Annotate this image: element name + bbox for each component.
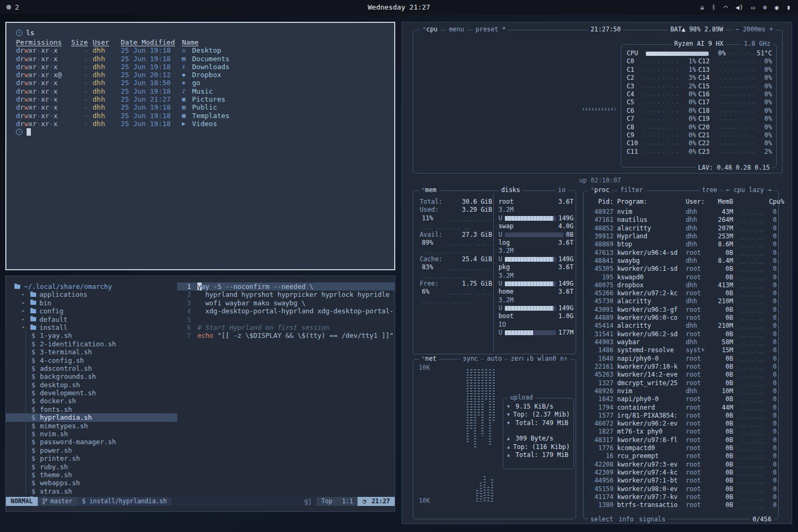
wifi-icon[interactable]: ◠: [724, 4, 727, 11]
tree-toggle[interactable]: tree: [700, 186, 720, 194]
tree-item[interactable]: $ fonts.sh: [6, 405, 177, 413]
sort-selector[interactable]: ← cpu lazy →: [724, 186, 774, 194]
tree-item[interactable]: $ applications: [6, 290, 177, 298]
user-icon[interactable]: ◉: [775, 4, 779, 11]
process-row[interactable]: 1327 dmcrypt_write/25 root 0B 0.0: [584, 379, 778, 387]
process-row[interactable]: 195 kswapd0 root 0B 0.0: [584, 273, 778, 281]
user: dhh: [93, 71, 116, 79]
tree-item[interactable]: $ power.sh: [6, 446, 177, 454]
proc-header-row: Pid: Program: User: MemB Cpu%: [584, 198, 778, 206]
editor-cursor: y: [197, 282, 202, 290]
battery-icon[interactable]: ▮: [787, 4, 791, 11]
process-row[interactable]: 1486 systemd-resolve syst+ 15M 0.0: [584, 346, 778, 354]
volume-icon[interactable]: ◀): [736, 4, 743, 11]
tree-item[interactable]: $ theme.sh: [6, 471, 177, 479]
command-line[interactable]: [6, 506, 395, 511]
tree-item[interactable]: $ install: [6, 323, 177, 331]
tree-item[interactable]: $ printer.sh: [6, 454, 177, 462]
btop-window[interactable]: *cpu menu preset * 21:27:50 BAT▲ 98% 2.8…: [402, 22, 792, 524]
scroll-up-icon[interactable]: ↑: [771, 200, 775, 207]
signals-control[interactable]: signals: [639, 516, 666, 523]
tree-item[interactable]: $ password-manager.sh: [6, 438, 177, 446]
process-row[interactable]: 39912 Hyprland dhh 253M 0.0: [584, 232, 778, 240]
process-row[interactable]: 42208 kworker/u97:3-ev root 0B 0.0: [584, 461, 778, 469]
io-toggle[interactable]: io: [555, 186, 568, 194]
process-row[interactable]: 45414 alacritty dhh 210M 0.0: [584, 322, 778, 330]
process-row[interactable]: 45730 alacritty dhh 210M 0.0: [584, 297, 778, 305]
tree-item[interactable]: $ docker.sh: [6, 397, 177, 405]
process-row[interactable]: 44956 kworker/u97:1-bt root 0B 0.0: [584, 477, 778, 485]
process-row[interactable]: 1642 napi/phy0-0 root 0B 0.0: [584, 395, 778, 403]
ls-header-permissions: Permissions: [16, 38, 64, 47]
process-row[interactable]: 44889 kworker/u96:0-co root 0B 0.0: [584, 314, 778, 322]
process-row[interactable]: 41174 kworker/u97:7-kv root 0B 0.0: [584, 493, 778, 501]
tree-item[interactable]: $ default: [6, 315, 177, 323]
tree-item[interactable]: $ adscontrol.sh: [6, 364, 177, 372]
process-row[interactable]: 48926 nvim dhh 10M 0.0: [584, 387, 778, 395]
globe-icon[interactable]: ⊕: [763, 4, 767, 11]
process-row[interactable]: 48841 swaybg dhh 8.4M 0.0: [584, 257, 778, 265]
tree-root[interactable]: ~/.local/share/omarchy: [6, 282, 177, 290]
tree-item[interactable]: $ bin: [6, 299, 177, 307]
process-row[interactable]: 48869 btop dhh 8.6M 0.0: [584, 240, 778, 248]
tree-item[interactable]: $ themes: [6, 495, 177, 497]
process-row[interactable]: 45159 kworker/u98:0-ev root 0B 0.0: [584, 485, 778, 493]
tree-item[interactable]: $ 1-yay.sh: [6, 331, 177, 339]
tree-item[interactable]: $ 3-terminal.sh: [6, 348, 177, 356]
tree-item[interactable]: $ hyprlandia.sh: [6, 413, 177, 421]
editor-window-nvim[interactable]: ~/.local/share/omarchy $ applications: [5, 276, 395, 512]
select-control[interactable]: select: [591, 516, 613, 523]
process-row[interactable]: 44903 waybar dhh 58M 0.0: [584, 338, 778, 346]
process-row[interactable]: 1577 irq/81-PIXA3854: root 0B 0.0: [584, 412, 778, 420]
update-interval[interactable]: − 2000ms +: [733, 26, 776, 34]
process-row[interactable]: 48852 alacritty dhh 207M 0.0: [584, 225, 778, 232]
process-row[interactable]: 40075 dropbox dhh 413M 0.0: [584, 281, 778, 289]
filter-button[interactable]: filter: [618, 186, 646, 194]
process-row[interactable]: 42309 kworker/u97:4-kc root 0B 0.0: [584, 469, 778, 477]
process-row[interactable]: 47161 nautilus dhh 264M 0.0: [584, 216, 778, 224]
auto-toggle[interactable]: auto: [484, 355, 504, 363]
process-row[interactable]: 31541 kworker/u96:2-sd root 0B 0.0: [584, 330, 778, 338]
process-row[interactable]: 43091 kworker/u96:3-gf root 0B 0.0: [584, 306, 778, 314]
code-editor[interactable]: 1yay -S --noconfirm --needed \ 2 hyprlan…: [177, 282, 395, 497]
tree-item[interactable]: $ 2-identification.sh: [6, 340, 177, 348]
shell-script-icon: $: [31, 405, 37, 413]
menu-button[interactable]: menu: [446, 26, 467, 34]
process-row[interactable]: 47613 kworker/u96:4-sd root 0B 0.0: [584, 249, 778, 257]
prompt-line-empty[interactable]: ›: [16, 128, 387, 136]
terminal-window-ls[interactable]: › ls Permissions Size User Date Modified…: [5, 22, 395, 270]
process-row[interactable]: 1794 containerd root 44M 0.0: [584, 404, 778, 412]
process-row[interactable]: 45305 kworker/u96:1-sd root 0B 0.0: [584, 265, 778, 273]
tree-item[interactable]: $ 4-config.sh: [6, 356, 177, 364]
sync-toggle[interactable]: sync: [460, 355, 480, 363]
process-row[interactable]: 16 rcu_preempt root 0B 0.0: [584, 452, 778, 460]
process-row[interactable]: 1776 kcompactd0 root 0B 0.0: [584, 444, 778, 452]
process-row[interactable]: 46072 kworker/u96:2-ev root 0B 0.0: [584, 420, 778, 428]
process-row[interactable]: 1640 napi/phy0-0 root 0B 0.0: [584, 355, 778, 363]
bluetooth-icon[interactable]: ᛒ: [712, 4, 716, 11]
tree-item[interactable]: $ xtras.sh: [6, 487, 177, 495]
process-row[interactable]: 45266 kworker/u97:2-kc root 0B 0.0: [584, 289, 778, 297]
process-row[interactable]: 48317 kworker/u97:8-fl root 0B 0.0: [584, 436, 778, 444]
tree-item[interactable]: $ desktop.sh: [6, 381, 177, 389]
ls-header-row: Permissions Size User Date Modified Name: [16, 38, 387, 46]
tree-item[interactable]: $ ruby.sh: [6, 463, 177, 471]
process-row[interactable]: 45263 kworker/14:2-eve root 0B 0.0: [584, 371, 778, 379]
process-row[interactable]: 1380 btrfs-transactio root 0B 0.0: [584, 501, 778, 509]
core-meter: [720, 148, 754, 156]
tree-item[interactable]: $ nvim.sh: [6, 430, 177, 438]
tree-item[interactable]: $ webapps.sh: [6, 479, 177, 487]
display-icon[interactable]: ▭: [751, 4, 755, 11]
tree-item[interactable]: $ development.sh: [6, 389, 177, 397]
updates-icon[interactable]: ⇊: [700, 4, 704, 11]
interface-selector[interactable]: ↓b wlan0 n↑: [523, 355, 570, 363]
tree-item[interactable]: $ config: [6, 307, 177, 315]
tree-item[interactable]: $ backgrounds.sh: [6, 372, 177, 380]
preset-button[interactable]: preset *: [473, 26, 509, 34]
process-row[interactable]: 48927 nvim dhh 43M 0.0: [584, 208, 778, 216]
tree-item[interactable]: $ mimetypes.sh: [6, 422, 177, 430]
process-row[interactable]: 22161 kworker/u97:10-k root 0B 0.0: [584, 363, 778, 371]
cpu-history-graph: [737, 363, 764, 371]
process-row[interactable]: 1827 mt76-tx phy0 root 0B 0.0: [584, 428, 778, 436]
info-control[interactable]: info: [619, 516, 634, 523]
